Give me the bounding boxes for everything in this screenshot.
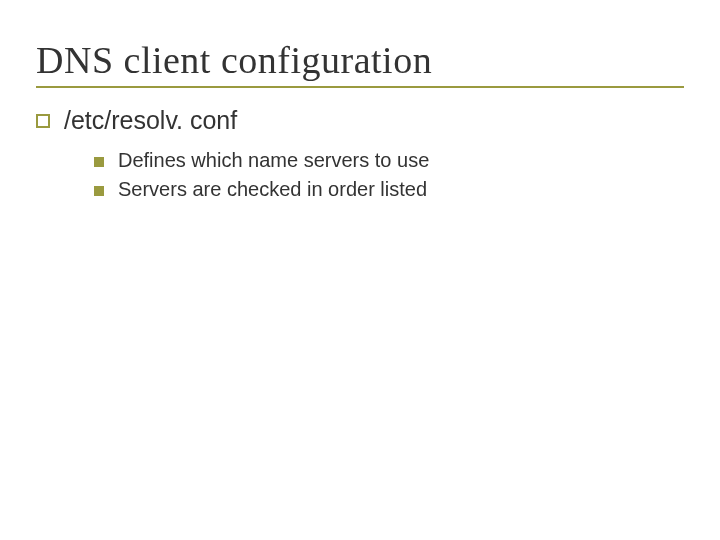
- title-underline: [36, 86, 684, 88]
- bullet-level2: Servers are checked in order listed: [94, 178, 684, 201]
- square-filled-icon: [94, 186, 104, 196]
- bullet-level1-text: /etc/resolv. conf: [64, 106, 237, 135]
- bullet-level2-container: Defines which name servers to use Server…: [94, 149, 684, 201]
- square-outline-icon: [36, 114, 50, 128]
- bullet-level2: Defines which name servers to use: [94, 149, 684, 172]
- square-filled-icon: [94, 157, 104, 167]
- bullet-level1: /etc/resolv. conf: [36, 106, 684, 135]
- bullet-level2-text: Servers are checked in order listed: [118, 178, 427, 201]
- slide-title: DNS client configuration: [36, 38, 684, 82]
- slide: DNS client configuration /etc/resolv. co…: [0, 0, 720, 540]
- bullet-level2-text: Defines which name servers to use: [118, 149, 429, 172]
